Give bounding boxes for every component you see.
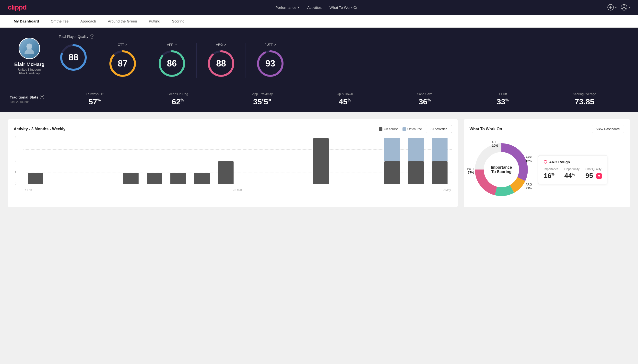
info-shot-quality: Shot Quality 95 ▼ bbox=[585, 168, 602, 180]
x-label-feb: 7 Feb bbox=[25, 188, 32, 192]
bar-on-13 bbox=[313, 138, 329, 184]
stat-app-proximity: App. Proximity 35'5" bbox=[252, 92, 273, 106]
donut-label-app: APP 12% bbox=[526, 156, 532, 163]
chevron-down-icon: ▾ bbox=[297, 5, 299, 10]
bar-on-18 bbox=[432, 161, 448, 184]
score-value-app: 86 bbox=[167, 58, 177, 69]
wtwo-header: What To Work On View Dashboard bbox=[470, 125, 624, 133]
stat-fairways-hit: Fairways Hit 57% bbox=[86, 92, 104, 106]
donut-svg bbox=[470, 138, 533, 202]
player-name: Blair McHarg bbox=[14, 62, 44, 67]
bar-on-9 bbox=[218, 161, 234, 184]
bar-9 bbox=[215, 161, 237, 184]
user-menu-button[interactable]: ▾ bbox=[621, 4, 630, 11]
wtwo-content: Importance To Scoring PUTT OTT 10% APP 1… bbox=[470, 138, 624, 202]
info-metrics: Importance 16% Opportunity 44% Shot Qual… bbox=[544, 168, 602, 180]
stat-sand-save: Sand Save 36% bbox=[417, 92, 433, 106]
off-course-dot bbox=[402, 127, 406, 131]
score-value-ott: 87 bbox=[118, 58, 128, 69]
bar-on-8 bbox=[194, 173, 210, 184]
view-dashboard-button[interactable]: View Dashboard bbox=[592, 125, 624, 133]
tab-around-the-green[interactable]: Around the Green bbox=[102, 15, 143, 28]
trad-help-icon[interactable]: ? bbox=[40, 95, 44, 99]
bar-on-1 bbox=[28, 173, 44, 184]
top-nav: clippd Performance ▾ Activities What To … bbox=[0, 0, 638, 15]
tab-putting[interactable]: Putting bbox=[143, 15, 166, 28]
add-button[interactable]: ▾ bbox=[607, 4, 617, 11]
bar-16 bbox=[381, 138, 403, 184]
tab-approach[interactable]: Approach bbox=[74, 15, 102, 28]
legend-on-course: On course bbox=[379, 127, 398, 131]
score-arg: ARG ↗ 88 bbox=[196, 43, 246, 78]
score-label-putt: PUTT ↗ bbox=[264, 43, 276, 46]
stat-up-down: Up & Down 45% bbox=[337, 92, 353, 106]
nav-performance[interactable]: Performance ▾ bbox=[275, 5, 299, 10]
bar-off-17 bbox=[408, 138, 424, 161]
nav-activities[interactable]: Activities bbox=[307, 6, 322, 10]
bar-off-18 bbox=[432, 138, 448, 161]
activity-card: Activity - 3 Months - Weekly On course O… bbox=[8, 119, 458, 207]
x-label-mar: 28 Mar bbox=[233, 188, 242, 192]
tab-my-dashboard[interactable]: My Dashboard bbox=[8, 15, 45, 28]
bar-17 bbox=[405, 138, 427, 184]
help-icon[interactable]: ? bbox=[90, 34, 94, 39]
bar-on-17 bbox=[408, 161, 424, 184]
score-label-arg: ARG ↗ bbox=[216, 43, 226, 46]
stat-greens-in-reg: Greens In Reg 62% bbox=[167, 92, 188, 106]
stat-items: Fairways Hit 57% Greens In Reg 62% App. … bbox=[54, 92, 628, 106]
activity-legend: On course Off course bbox=[379, 127, 422, 131]
activity-card-title: Activity - 3 Months - Weekly bbox=[14, 127, 65, 131]
circle-putt: 93 bbox=[256, 49, 285, 78]
player-country: United Kingdom bbox=[18, 68, 41, 72]
circle-overall: 88 bbox=[59, 43, 88, 72]
score-label-app: APP ↗ bbox=[167, 43, 177, 46]
bar-on-5 bbox=[123, 173, 139, 184]
wtwo-card: What To Work On View Dashboard bbox=[464, 119, 630, 207]
main-content: Activity - 3 Months - Weekly On course O… bbox=[0, 112, 638, 214]
circle-arg: 88 bbox=[206, 49, 236, 78]
chart-area: 4 3 2 1 0 bbox=[14, 138, 452, 192]
tab-bar: My Dashboard Off the Tee Approach Around… bbox=[0, 15, 638, 28]
score-overall: 88 bbox=[59, 43, 98, 78]
donut-label-putt: PUTT 57% bbox=[467, 167, 475, 174]
score-app: APP ↗ 86 bbox=[147, 43, 196, 78]
bar-7 bbox=[167, 173, 189, 184]
svg-point-2 bbox=[623, 6, 625, 8]
info-card-title: ARG Rough bbox=[544, 160, 602, 164]
info-opportunity: Opportunity 44% bbox=[564, 168, 579, 180]
donut-area: Importance To Scoring PUTT OTT 10% APP 1… bbox=[470, 138, 533, 202]
donut-label-arg: ARG 21% bbox=[526, 183, 532, 190]
red-circle-icon bbox=[544, 160, 547, 164]
trad-stats-label: Traditional Stats ? Last 20 rounds bbox=[10, 95, 54, 104]
tab-off-the-tee[interactable]: Off the Tee bbox=[45, 15, 74, 28]
score-value-putt: 93 bbox=[265, 58, 275, 69]
on-course-dot bbox=[379, 127, 382, 131]
stat-scoring-average: Scoring Average 73.85 bbox=[573, 92, 596, 106]
bar-18 bbox=[429, 138, 451, 184]
avatar bbox=[19, 38, 40, 59]
legend-off-course: Off course bbox=[402, 127, 422, 131]
total-quality-label: Total Player Quality ? bbox=[59, 34, 628, 39]
score-putt: PUTT ↗ 93 bbox=[246, 43, 295, 78]
player-info: Blair McHarg United Kingdom Plus Handica… bbox=[10, 38, 49, 75]
x-label-may: 9 May bbox=[443, 188, 451, 192]
score-circles: 88 OTT ↗ 87 bbox=[59, 43, 628, 78]
bar-1 bbox=[25, 173, 47, 184]
score-ott: OTT ↗ 87 bbox=[98, 43, 147, 78]
bar-on-6 bbox=[147, 173, 162, 184]
bars-area bbox=[24, 138, 452, 184]
bar-on-7 bbox=[170, 173, 186, 184]
score-label-ott: OTT ↗ bbox=[118, 43, 128, 46]
nav-links: Performance ▾ Activities What To Work On bbox=[275, 5, 358, 10]
tab-scoring[interactable]: Scoring bbox=[166, 15, 190, 28]
stat-one-putt: 1 Putt 33% bbox=[497, 92, 509, 106]
nav-right: ▾ ▾ bbox=[607, 4, 630, 11]
nav-what-to-work-on[interactable]: What To Work On bbox=[330, 6, 358, 10]
all-activities-button[interactable]: All Activities bbox=[426, 125, 452, 133]
bar-13 bbox=[310, 138, 332, 184]
activity-card-header: Activity - 3 Months - Weekly On course O… bbox=[14, 125, 452, 133]
circle-ott: 87 bbox=[108, 49, 137, 78]
svg-point-3 bbox=[27, 44, 32, 50]
bar-off-16 bbox=[384, 138, 400, 161]
logo: clippd bbox=[8, 4, 27, 11]
